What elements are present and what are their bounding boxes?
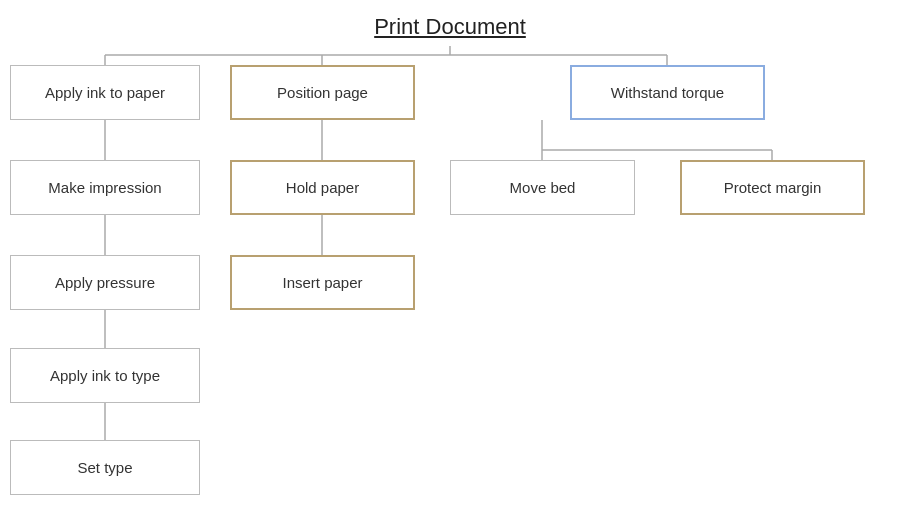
node-withstand-torque: Withstand torque xyxy=(570,65,765,120)
diagram: Print Document Apply ink to paper Make i… xyxy=(0,0,900,520)
page-title: Print Document xyxy=(0,0,900,40)
node-make-impression: Make impression xyxy=(10,160,200,215)
node-apply-pressure: Apply pressure xyxy=(10,255,200,310)
node-insert-paper: Insert paper xyxy=(230,255,415,310)
node-apply-ink-type: Apply ink to type xyxy=(10,348,200,403)
node-position-page: Position page xyxy=(230,65,415,120)
node-hold-paper: Hold paper xyxy=(230,160,415,215)
node-protect-margin: Protect margin xyxy=(680,160,865,215)
node-set-type: Set type xyxy=(10,440,200,495)
node-move-bed: Move bed xyxy=(450,160,635,215)
node-apply-ink-paper: Apply ink to paper xyxy=(10,65,200,120)
